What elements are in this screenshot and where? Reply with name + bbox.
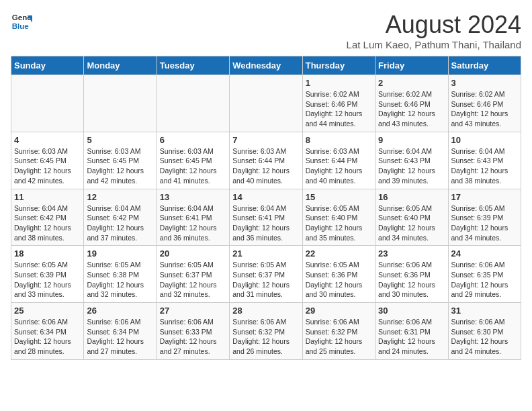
table-row: 15Sunrise: 6:05 AM Sunset: 6:40 PM Dayli…: [302, 189, 375, 246]
calendar-week-row: 4Sunrise: 6:03 AM Sunset: 6:45 PM Daylig…: [11, 132, 521, 189]
col-wednesday: Wednesday: [230, 56, 302, 75]
day-info: Sunrise: 6:04 AM Sunset: 6:43 PM Dayligh…: [378, 146, 445, 186]
day-info: Sunrise: 6:06 AM Sunset: 6:32 PM Dayligh…: [306, 317, 372, 357]
col-sunday: Sunday: [11, 56, 84, 75]
day-info: Sunrise: 6:05 AM Sunset: 6:39 PM Dayligh…: [451, 203, 518, 243]
day-number: 5: [87, 135, 153, 145]
day-info: Sunrise: 6:05 AM Sunset: 6:37 PM Dayligh…: [232, 260, 299, 300]
day-number: 8: [306, 135, 372, 145]
table-row: 6Sunrise: 6:03 AM Sunset: 6:45 PM Daylig…: [157, 132, 229, 189]
day-info: Sunrise: 6:06 AM Sunset: 6:34 PM Dayligh…: [14, 317, 81, 357]
day-number: 14: [232, 192, 299, 202]
page-header: General Blue General Blue August 2024 La…: [11, 11, 521, 50]
table-row: 24Sunrise: 6:06 AM Sunset: 6:35 PM Dayli…: [448, 246, 521, 303]
day-number: 26: [87, 306, 153, 316]
day-number: 3: [451, 78, 518, 88]
table-row: 16Sunrise: 6:05 AM Sunset: 6:40 PM Dayli…: [375, 189, 448, 246]
day-number: 17: [451, 192, 518, 202]
day-info: Sunrise: 6:05 AM Sunset: 6:38 PM Dayligh…: [87, 260, 153, 300]
day-number: 10: [451, 135, 518, 145]
table-row: 29Sunrise: 6:06 AM Sunset: 6:32 PM Dayli…: [302, 303, 375, 360]
table-row: 1Sunrise: 6:02 AM Sunset: 6:46 PM Daylig…: [302, 75, 375, 132]
day-number: 20: [160, 248, 226, 259]
title-block: August 2024 Lat Lum Kaeo, Pathum Thani, …: [347, 11, 521, 50]
table-row: 18Sunrise: 6:05 AM Sunset: 6:39 PM Dayli…: [11, 246, 84, 303]
day-info: Sunrise: 6:05 AM Sunset: 6:37 PM Dayligh…: [160, 260, 226, 300]
day-number: 7: [232, 135, 299, 145]
table-row: 17Sunrise: 6:05 AM Sunset: 6:39 PM Dayli…: [448, 189, 521, 246]
table-row: 30Sunrise: 6:06 AM Sunset: 6:31 PM Dayli…: [375, 303, 448, 360]
table-row: 11Sunrise: 6:04 AM Sunset: 6:42 PM Dayli…: [11, 189, 84, 246]
day-number: 22: [306, 248, 372, 259]
day-number: 29: [306, 306, 372, 316]
day-info: Sunrise: 6:03 AM Sunset: 6:45 PM Dayligh…: [160, 146, 226, 186]
day-number: 21: [232, 248, 299, 259]
day-info: Sunrise: 6:03 AM Sunset: 6:44 PM Dayligh…: [232, 146, 299, 186]
table-row: 22Sunrise: 6:05 AM Sunset: 6:36 PM Dayli…: [302, 246, 375, 303]
table-row: 5Sunrise: 6:03 AM Sunset: 6:45 PM Daylig…: [84, 132, 157, 189]
day-info: Sunrise: 6:05 AM Sunset: 6:40 PM Dayligh…: [306, 203, 372, 243]
table-row: 26Sunrise: 6:06 AM Sunset: 6:34 PM Dayli…: [84, 303, 157, 360]
table-row: [157, 75, 229, 132]
day-number: 12: [87, 192, 153, 202]
day-info: Sunrise: 6:03 AM Sunset: 6:44 PM Dayligh…: [306, 146, 372, 186]
day-number: 9: [378, 135, 445, 145]
table-row: 23Sunrise: 6:06 AM Sunset: 6:36 PM Dayli…: [375, 246, 448, 303]
table-row: 13Sunrise: 6:04 AM Sunset: 6:41 PM Dayli…: [157, 189, 229, 246]
day-info: Sunrise: 6:04 AM Sunset: 6:41 PM Dayligh…: [160, 203, 226, 243]
day-number: 23: [378, 248, 445, 259]
table-row: 28Sunrise: 6:06 AM Sunset: 6:32 PM Dayli…: [230, 303, 302, 360]
day-info: Sunrise: 6:04 AM Sunset: 6:42 PM Dayligh…: [87, 203, 153, 243]
day-info: Sunrise: 6:04 AM Sunset: 6:43 PM Dayligh…: [451, 146, 518, 186]
table-row: [84, 75, 157, 132]
day-info: Sunrise: 6:04 AM Sunset: 6:41 PM Dayligh…: [232, 203, 299, 243]
calendar-table: Sunday Monday Tuesday Wednesday Thursday…: [11, 56, 521, 360]
table-row: 31Sunrise: 6:06 AM Sunset: 6:30 PM Dayli…: [448, 303, 521, 360]
table-row: 8Sunrise: 6:03 AM Sunset: 6:44 PM Daylig…: [302, 132, 375, 189]
table-row: 19Sunrise: 6:05 AM Sunset: 6:38 PM Dayli…: [84, 246, 157, 303]
col-tuesday: Tuesday: [157, 56, 229, 75]
day-info: Sunrise: 6:05 AM Sunset: 6:40 PM Dayligh…: [378, 203, 445, 243]
table-row: 9Sunrise: 6:04 AM Sunset: 6:43 PM Daylig…: [375, 132, 448, 189]
table-row: 27Sunrise: 6:06 AM Sunset: 6:33 PM Dayli…: [157, 303, 229, 360]
day-info: Sunrise: 6:05 AM Sunset: 6:39 PM Dayligh…: [14, 260, 81, 300]
day-info: Sunrise: 6:06 AM Sunset: 6:30 PM Dayligh…: [451, 317, 518, 357]
table-row: [11, 75, 84, 132]
day-number: 2: [378, 78, 445, 88]
table-row: 7Sunrise: 6:03 AM Sunset: 6:44 PM Daylig…: [230, 132, 302, 189]
logo: General Blue General Blue: [11, 11, 32, 32]
day-number: 24: [451, 248, 518, 259]
col-friday: Friday: [375, 56, 448, 75]
day-number: 15: [306, 192, 372, 202]
col-monday: Monday: [84, 56, 157, 75]
day-number: 27: [160, 306, 226, 316]
day-number: 11: [14, 192, 81, 202]
day-info: Sunrise: 6:03 AM Sunset: 6:45 PM Dayligh…: [87, 146, 153, 186]
day-info: Sunrise: 6:05 AM Sunset: 6:36 PM Dayligh…: [306, 260, 372, 300]
day-info: Sunrise: 6:02 AM Sunset: 6:46 PM Dayligh…: [451, 89, 518, 129]
logo-icon: General Blue: [11, 11, 32, 32]
table-row: 25Sunrise: 6:06 AM Sunset: 6:34 PM Dayli…: [11, 303, 84, 360]
calendar-header-row: Sunday Monday Tuesday Wednesday Thursday…: [11, 56, 521, 75]
subtitle: Lat Lum Kaeo, Pathum Thani, Thailand: [347, 39, 521, 50]
day-info: Sunrise: 6:06 AM Sunset: 6:35 PM Dayligh…: [451, 260, 518, 300]
day-info: Sunrise: 6:06 AM Sunset: 6:33 PM Dayligh…: [160, 317, 226, 357]
calendar-week-row: 11Sunrise: 6:04 AM Sunset: 6:42 PM Dayli…: [11, 189, 521, 246]
day-info: Sunrise: 6:03 AM Sunset: 6:45 PM Dayligh…: [14, 146, 81, 186]
day-info: Sunrise: 6:02 AM Sunset: 6:46 PM Dayligh…: [306, 89, 372, 129]
day-info: Sunrise: 6:02 AM Sunset: 6:46 PM Dayligh…: [378, 89, 445, 129]
day-number: 31: [451, 306, 518, 316]
table-row: 21Sunrise: 6:05 AM Sunset: 6:37 PM Dayli…: [230, 246, 302, 303]
svg-text:Blue: Blue: [12, 22, 30, 30]
day-number: 4: [14, 135, 81, 145]
day-number: 25: [14, 306, 81, 316]
calendar-week-row: 25Sunrise: 6:06 AM Sunset: 6:34 PM Dayli…: [11, 303, 521, 360]
col-thursday: Thursday: [302, 56, 375, 75]
table-row: 2Sunrise: 6:02 AM Sunset: 6:46 PM Daylig…: [375, 75, 448, 132]
calendar-week-row: 18Sunrise: 6:05 AM Sunset: 6:39 PM Dayli…: [11, 246, 521, 303]
table-row: 3Sunrise: 6:02 AM Sunset: 6:46 PM Daylig…: [448, 75, 521, 132]
day-number: 6: [160, 135, 226, 145]
day-number: 28: [232, 306, 299, 316]
day-number: 18: [14, 248, 81, 259]
table-row: 20Sunrise: 6:05 AM Sunset: 6:37 PM Dayli…: [157, 246, 229, 303]
